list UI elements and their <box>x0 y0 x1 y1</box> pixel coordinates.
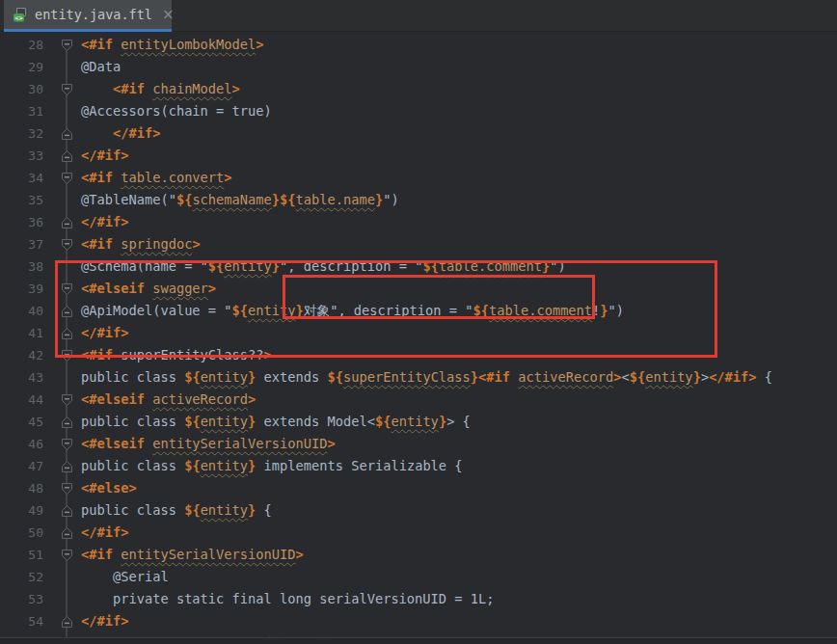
fold-close-icon[interactable] <box>61 216 73 229</box>
code-token: </#if> <box>113 125 160 141</box>
tab-entity-java-ftl[interactable]: <> entity.java.ftl × <box>4 0 172 29</box>
code-line-row: 45 public class ${entity} extends Model<… <box>0 411 837 433</box>
code-token: }${ <box>272 192 296 207</box>
fold-close-icon[interactable] <box>61 149 73 163</box>
code-token: public class <box>81 369 184 385</box>
code-line[interactable]: <#else> <box>81 477 137 499</box>
code-line-row: 42 <#if superEntityClass??> <box>0 344 837 366</box>
code-line[interactable]: @Accessors(chain = true) <box>81 100 272 122</box>
fold-close-icon[interactable] <box>61 460 73 473</box>
code-line[interactable]: <#elseif activeRecord> <box>81 389 256 411</box>
fold-open-icon[interactable] <box>61 438 73 451</box>
fold-close-icon[interactable] <box>61 526 73 540</box>
line-number: 34 <box>0 171 52 185</box>
line-number: 29 <box>0 60 52 74</box>
fold-open-icon[interactable] <box>61 238 73 252</box>
code-token: public class <box>81 458 184 473</box>
code-token: ${ <box>375 414 391 429</box>
code-line-row: 37 <#if springdoc> <box>0 233 837 255</box>
fold-close-icon[interactable] <box>61 416 73 429</box>
freemarker-file-icon: <> <box>13 7 28 22</box>
code-line[interactable]: <#if table.convert> <box>81 167 232 189</box>
fold-open-icon[interactable] <box>61 349 73 362</box>
fold-close-icon[interactable] <box>61 615 73 629</box>
code-line[interactable]: <#if entityLombokModel> <box>81 34 264 56</box>
code-line[interactable]: <#if chainModel> <box>81 78 240 100</box>
code-token: entity <box>248 303 295 318</box>
code-editor[interactable]: 28 <#if entityLombokModel> 29 @Data 30 <… <box>0 32 837 637</box>
code-token: > <box>192 236 200 252</box>
code-token: activeRecord <box>152 391 248 407</box>
fold-open-icon[interactable] <box>61 39 73 52</box>
tab-close-icon[interactable]: × <box>162 8 175 22</box>
fold-cell <box>52 522 81 544</box>
code-line[interactable]: private static final long serialVersionU… <box>81 588 495 610</box>
fold-cell <box>52 255 81 278</box>
code-line[interactable]: </#if> <box>81 322 128 344</box>
code-line[interactable]: <#elseif entitySerialVersionUID> <box>81 433 336 455</box>
line-number: 33 <box>0 148 52 163</box>
fold-cell <box>52 544 81 566</box>
code-line-row: 44 <#elseif activeRecord> <box>0 389 837 411</box>
code-token: <#elseif <box>81 391 152 407</box>
code-token: extends <box>256 369 327 385</box>
code-line[interactable]: <#if superEntityClass??> <box>81 344 272 366</box>
code-token: ${ <box>422 258 438 274</box>
code-line[interactable]: </#if> <box>81 610 128 632</box>
fold-close-icon[interactable] <box>61 127 73 141</box>
fold-cell <box>52 145 81 167</box>
code-line[interactable]: @Serial <box>81 566 169 588</box>
code-line[interactable]: </#if> <box>81 145 128 167</box>
fold-open-icon[interactable] <box>61 482 73 496</box>
code-token: } <box>296 303 304 318</box>
fold-open-icon[interactable] <box>61 393 73 407</box>
fold-cell <box>52 122 81 145</box>
code-line-row: 43 public class ${entity} extends ${supe… <box>0 366 837 389</box>
code-line[interactable]: public class ${entity} extends Model<${e… <box>81 411 471 433</box>
line-number: 40 <box>0 304 52 318</box>
code-token: ${ <box>630 369 645 385</box>
code-token: superEntityClass <box>343 369 471 385</box>
code-token: entity <box>391 414 438 429</box>
fold-open-icon[interactable] <box>61 549 73 562</box>
code-line[interactable]: <#elseif swagger> <box>81 278 216 300</box>
fold-cell <box>52 167 81 189</box>
fold-close-icon[interactable] <box>61 305 73 318</box>
code-line[interactable]: </#if> <box>81 211 128 233</box>
code-line[interactable]: @TableName("${schemaName}${table.name}") <box>81 189 399 211</box>
code-token: > <box>296 547 304 562</box>
code-token: { <box>757 369 772 385</box>
code-token: @Data <box>81 59 121 74</box>
code-line[interactable]: <#if springdoc> <box>81 233 201 255</box>
code-token: } <box>272 258 280 274</box>
fold-close-icon[interactable] <box>61 504 73 518</box>
code-line[interactable]: public class ${entity} { <box>81 499 272 522</box>
code-token: <#else> <box>81 480 137 496</box>
code-token: entitySerialVersionUID <box>121 547 295 562</box>
code-line[interactable]: </#if> <box>81 522 128 544</box>
fold-open-icon[interactable] <box>61 172 73 185</box>
code-line[interactable]: public class ${entity} implements Serial… <box>81 455 463 477</box>
line-number: 46 <box>0 437 52 451</box>
code-token: table.name <box>296 192 375 207</box>
code-token: <#elseif <box>81 281 152 296</box>
fold-cell <box>52 499 81 522</box>
code-line[interactable]: public class ${entity} extends ${superEn… <box>81 366 772 389</box>
code-token: <#if <box>81 347 121 362</box>
code-line-row: 31 @Accessors(chain = true) <box>0 100 837 122</box>
code-line[interactable]: @Schema(name = "${entity}", description … <box>81 255 566 278</box>
code-line[interactable]: </#if> <box>81 122 160 145</box>
fold-open-icon[interactable] <box>61 282 73 296</box>
code-token: entity <box>201 414 248 429</box>
fold-close-icon[interactable] <box>61 327 73 340</box>
editor-tab-bar: <> entity.java.ftl × <box>0 0 837 32</box>
code-line[interactable]: <#if entitySerialVersionUID> <box>81 544 304 566</box>
code-line[interactable]: @Data <box>81 56 121 78</box>
code-token: <#elseif <box>81 436 152 451</box>
code-lines: 28 <#if entityLombokModel> 29 @Data 30 <… <box>0 32 837 637</box>
code-line[interactable]: @ApiModel(value = "${entity}对象", descrip… <box>81 300 624 322</box>
code-line-row: 40 @ApiModel(value = "${entity}对象", desc… <box>0 300 837 322</box>
code-token: table.comment <box>489 303 592 318</box>
fold-cell <box>52 56 81 78</box>
fold-open-icon[interactable] <box>61 83 73 96</box>
